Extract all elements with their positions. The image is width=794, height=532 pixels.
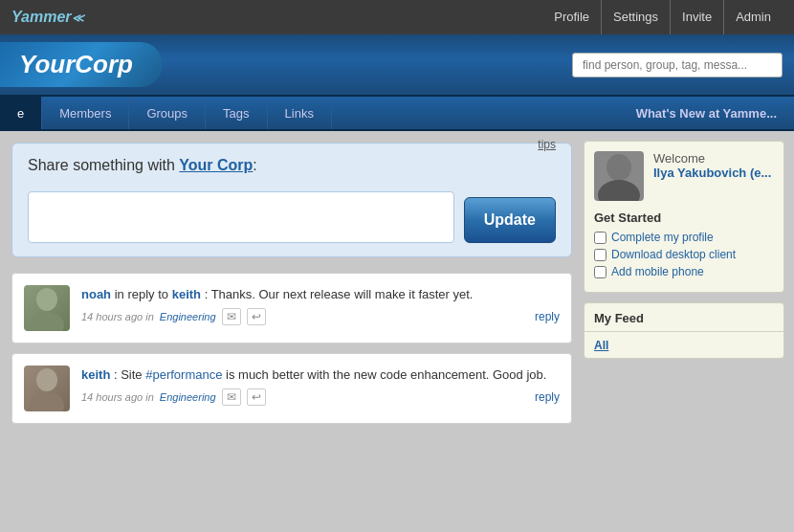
- svg-point-4: [607, 154, 631, 181]
- share-textarea[interactable]: [28, 191, 454, 243]
- header-band: YourCorp: [0, 34, 794, 97]
- feed-meta: 14 hours ago in Engineering ✉ ↩ reply: [81, 388, 560, 406]
- feed-username[interactable]: noah: [81, 287, 111, 301]
- feed-username[interactable]: keith: [81, 367, 110, 382]
- nav-profile[interactable]: Profile: [542, 0, 602, 34]
- checkbox-desktop[interactable]: [594, 249, 607, 261]
- feed-message: : Thanks. Our next release will make it …: [205, 287, 474, 301]
- check-link-mobile[interactable]: Add mobile phone: [611, 265, 704, 278]
- welcome-label: Welcome: [653, 151, 771, 166]
- avatar: [24, 366, 70, 411]
- check-item-profile: Complete my profile: [594, 231, 774, 244]
- user-name[interactable]: Ilya Yakubovich (e...: [653, 166, 771, 180]
- subnav-tags[interactable]: Tags: [206, 97, 267, 129]
- subnav-members[interactable]: Members: [42, 97, 129, 129]
- my-feed-card: My Feed All: [584, 302, 784, 359]
- main-layout: Share something with Your Corp: tips Upd…: [0, 131, 794, 532]
- check-link-desktop[interactable]: Download desktop client: [611, 248, 736, 261]
- svg-point-3: [30, 392, 64, 411]
- share-box: Share something with Your Corp: tips Upd…: [11, 143, 572, 257]
- feed-reply-to[interactable]: keith: [172, 287, 201, 301]
- feed-group-link[interactable]: Engineering: [160, 391, 216, 403]
- subnav-groups[interactable]: Groups: [129, 97, 206, 129]
- svg-point-1: [30, 312, 64, 331]
- feed-message-2: is much better with the new code enhance…: [226, 367, 546, 382]
- share-corp-link[interactable]: Your Corp: [179, 157, 253, 173]
- reply-icon[interactable]: ↩: [247, 388, 266, 406]
- feed-time: 14 hours ago in: [81, 391, 154, 403]
- share-title: Share something with Your Corp:: [28, 157, 257, 174]
- whats-new-label: What's New at Yamme...: [619, 97, 794, 129]
- feed-meta: 14 hours ago in Engineering ✉ ↩ reply: [81, 308, 560, 325]
- feed-content: noah in reply to keith : Thanks. Our nex…: [81, 285, 560, 331]
- search-input[interactable]: [572, 53, 783, 78]
- feed-hashtag[interactable]: #performance: [145, 367, 222, 382]
- checkbox-profile[interactable]: [594, 232, 607, 244]
- nav-invite[interactable]: Invite: [671, 0, 724, 34]
- feed-content: keith : Site #performance is much better…: [81, 366, 560, 411]
- welcome-section: Welcome Ilya Yakubovich (e...: [594, 151, 774, 201]
- right-sidebar: Welcome Ilya Yakubovich (e... Get Starte…: [584, 131, 794, 532]
- feed-tabs: All: [584, 332, 783, 358]
- my-feed-title: My Feed: [584, 303, 783, 332]
- feed-tab-all[interactable]: All: [594, 339, 608, 352]
- feed-reply-link[interactable]: reply: [535, 390, 560, 404]
- reply-icon[interactable]: ↩: [247, 308, 266, 325]
- feed-message-1: : Site: [114, 367, 145, 382]
- share-input-row: Update: [28, 191, 556, 243]
- svg-point-2: [36, 368, 57, 391]
- mail-icon[interactable]: ✉: [222, 388, 241, 406]
- tips-link[interactable]: tips: [538, 138, 556, 151]
- share-title-prefix: S: [28, 157, 38, 173]
- subnav-home[interactable]: e: [0, 97, 42, 129]
- nav-settings[interactable]: Settings: [602, 0, 671, 34]
- top-nav-links: Profile Settings Invite Admin: [542, 0, 783, 34]
- feed-group-link[interactable]: Engineering: [160, 311, 216, 322]
- feed-time: 14 hours ago in: [81, 311, 154, 322]
- logo-superscript: ≪: [72, 11, 84, 25]
- nav-admin[interactable]: Admin: [724, 0, 783, 34]
- check-item-mobile: Add mobile phone: [594, 265, 774, 278]
- check-link-profile[interactable]: Complete my profile: [611, 231, 714, 244]
- feed-item: keith : Site #performance is much better…: [11, 353, 572, 424]
- svg-point-0: [36, 288, 57, 311]
- feed-text: keith : Site #performance is much better…: [81, 366, 560, 385]
- welcome-card: Welcome Ilya Yakubovich (e... Get Starte…: [584, 141, 784, 293]
- feed-reply-prefix: in reply to: [115, 287, 172, 301]
- avatar: [24, 285, 70, 331]
- user-avatar: [594, 151, 644, 201]
- corp-logo: YourCorp: [0, 42, 163, 87]
- get-started-title: Get Started: [594, 211, 774, 225]
- checkbox-mobile[interactable]: [594, 266, 607, 278]
- check-item-desktop: Download desktop client: [594, 248, 774, 261]
- logo-accent: Y: [11, 9, 21, 25]
- sub-navigation: e Members Groups Tags Links What's New a…: [0, 97, 794, 131]
- update-button[interactable]: Update: [464, 197, 556, 243]
- welcome-text: Welcome Ilya Yakubovich (e...: [653, 151, 771, 180]
- top-navigation: Yammer≪ Profile Settings Invite Admin: [0, 0, 794, 34]
- mail-icon[interactable]: ✉: [222, 308, 241, 325]
- feed-reply-link[interactable]: reply: [535, 310, 560, 323]
- feed-text: noah in reply to keith : Thanks. Our nex…: [81, 285, 560, 304]
- center-content: Share something with Your Corp: tips Upd…: [0, 131, 584, 532]
- subnav-links[interactable]: Links: [268, 97, 332, 129]
- app-logo: Yammer≪: [11, 9, 84, 26]
- svg-point-5: [598, 180, 640, 201]
- feed-item: noah in reply to keith : Thanks. Our nex…: [11, 273, 572, 344]
